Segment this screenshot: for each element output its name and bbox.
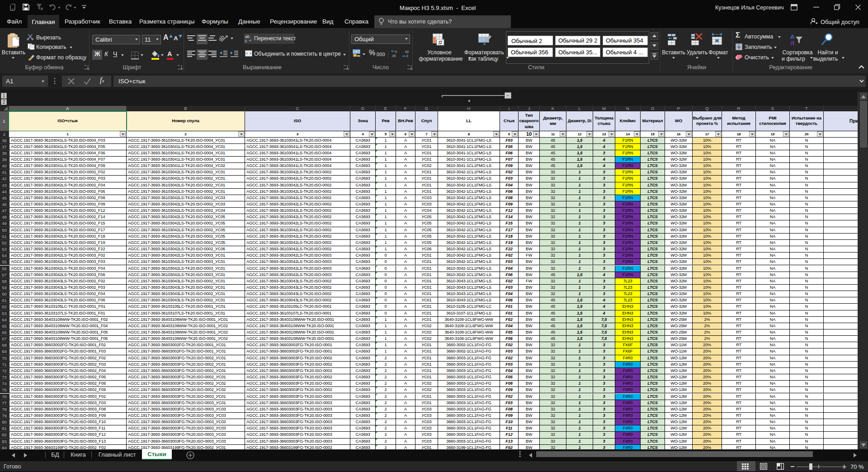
svg-text:00: 00 <box>405 50 409 53</box>
svg-text:Я: Я <box>790 40 794 47</box>
svg-text:,0: ,0 <box>406 54 408 57</box>
svg-text:0: 0 <box>395 50 397 53</box>
svg-text:c: c <box>245 38 247 43</box>
svg-text:ab: ab <box>217 33 226 43</box>
svg-text:А: А <box>790 33 795 40</box>
svg-text:,00: ,00 <box>392 54 396 57</box>
svg-text:12: 12 <box>11 8 15 12</box>
